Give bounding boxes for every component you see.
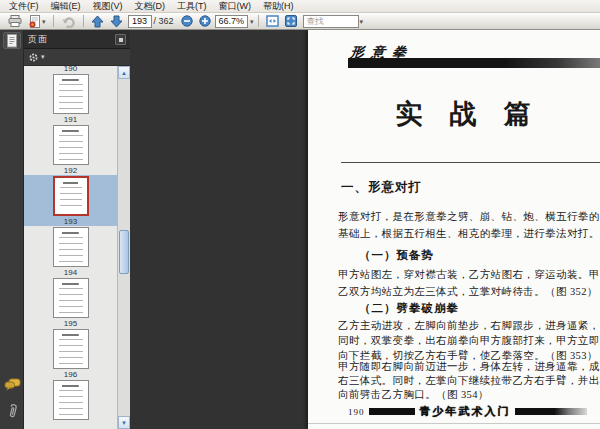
panel-tab-strip bbox=[0, 30, 24, 429]
scroll-down-arrow[interactable]: ▼ bbox=[118, 416, 130, 429]
fit-width-button[interactable] bbox=[264, 14, 281, 29]
zoom-in-icon bbox=[199, 15, 211, 27]
thumbnail-item[interactable]: 190 bbox=[24, 66, 117, 73]
page-thumbnail[interactable] bbox=[53, 74, 89, 114]
thumbnail-page-number: 191 bbox=[24, 115, 117, 124]
body-text-line: 甲方站图左，穿对襟古装，乙方站图右，穿运动装。甲 bbox=[338, 266, 600, 283]
previous-view-button[interactable] bbox=[59, 14, 78, 29]
comments-panel-tab[interactable] bbox=[4, 378, 21, 396]
title-rule bbox=[341, 162, 600, 163]
pages-panel: 页面 ▾ 190 191 bbox=[24, 30, 130, 429]
previous-page-button[interactable] bbox=[89, 14, 106, 29]
toolbar-separator bbox=[53, 15, 54, 27]
thumbnail-item[interactable]: 194 bbox=[24, 226, 117, 277]
next-page-button[interactable] bbox=[108, 14, 125, 29]
paragraph-3: 乙方主动进攻，左脚向前垫步，右脚跟步，进身逼紧，同时，双掌变拳，出右崩拳向甲方腹… bbox=[338, 318, 600, 363]
page-total-label: / 362 bbox=[154, 16, 174, 26]
body-text-line: 乙方主动进攻，左脚向前垫步，右脚跟步，进身逼紧， bbox=[338, 318, 600, 333]
body-text-line: 乙双方均站立为左三体式，立掌对峙待击。（图 352） bbox=[338, 283, 600, 300]
chevron-down-icon: ▾ bbox=[42, 14, 46, 29]
document-canvas[interactable]: 形意拳 实战篇 一、形意对打 形意对打，是在形意拳之劈、崩、钻、炮、横五行拳的基… bbox=[130, 30, 600, 429]
page-thumbnail[interactable] bbox=[53, 125, 89, 165]
menu-item[interactable]: 编辑(E) bbox=[45, 0, 87, 13]
menu-item[interactable]: 文档(D) bbox=[129, 0, 172, 13]
pdf-page: 形意拳 实战篇 一、形意对打 形意对打，是在形意拳之劈、崩、钻、炮、横五行拳的基… bbox=[308, 30, 600, 429]
arrow-down-icon bbox=[110, 15, 123, 28]
pages-panel-tab[interactable] bbox=[3, 32, 21, 49]
menu-item[interactable]: 文件(F) bbox=[3, 0, 45, 13]
page-thumbnail[interactable] bbox=[53, 227, 89, 267]
scrollbar-thumb[interactable] bbox=[119, 230, 129, 274]
menu-item[interactable]: 帮助(H) bbox=[257, 0, 300, 13]
page-thumbnail[interactable] bbox=[53, 176, 89, 216]
body-text-line: 形意对打，是在形意拳之劈、崩、钻、炮、横五行拳的 bbox=[338, 208, 600, 225]
menu-item[interactable]: 窗口(W) bbox=[213, 0, 258, 13]
menu-bar: 文件(F)编辑(E)视图(V)文档(D)工具(T)窗口(W)帮助(H) bbox=[0, 0, 600, 13]
scroll-up-arrow[interactable]: ▲ bbox=[118, 66, 130, 79]
panel-options-row: ▾ bbox=[24, 49, 130, 66]
fit-width-icon bbox=[266, 15, 279, 27]
body-text-line: 基础上，根据五行相生、相克的拳理，进行拳法对打。 bbox=[338, 225, 600, 242]
zoom-in-button[interactable] bbox=[197, 14, 213, 29]
thumbnail-page-number: 193 bbox=[24, 217, 117, 226]
page-thumbnail[interactable] bbox=[53, 278, 89, 318]
menu-item[interactable]: 工具(T) bbox=[171, 0, 213, 13]
chevron-down-icon[interactable]: ▾ bbox=[41, 53, 45, 61]
body-text-line: 向前劈击乙方胸口。（图 354） bbox=[338, 388, 600, 402]
section-heading: 一、形意对打 bbox=[341, 179, 422, 196]
zoom-out-button[interactable] bbox=[179, 14, 195, 29]
thumbnail-page-number: 190 bbox=[24, 66, 117, 73]
paperclip-icon bbox=[4, 402, 20, 420]
pages-icon bbox=[6, 34, 18, 48]
body-text-line: 甲方随即右脚向前迈进一步，身体左转，进身逼靠，成 bbox=[338, 360, 600, 374]
arrow-up-icon bbox=[91, 15, 104, 28]
printer-icon bbox=[8, 15, 22, 27]
page-thumbnail[interactable] bbox=[53, 329, 89, 369]
thumbnail-page-number: 195 bbox=[24, 319, 117, 328]
previous-view-icon bbox=[61, 15, 76, 28]
attachments-panel-tab[interactable] bbox=[6, 403, 18, 423]
thumbnail-item[interactable]: 195 bbox=[24, 277, 117, 328]
main-area: 页面 ▾ 190 191 bbox=[0, 30, 600, 429]
thumbnail-list: 190 191 192 193 bbox=[24, 66, 117, 429]
gear-icon[interactable] bbox=[28, 52, 39, 63]
body-text-line: 右三体式。同时，左掌向下继续拉带乙方右手臂，并出右掌 bbox=[338, 374, 600, 388]
footer-decorative-bar bbox=[369, 408, 415, 415]
menu-item[interactable]: 视图(V) bbox=[87, 0, 129, 13]
search-options-chevron-icon[interactable]: ▾ bbox=[360, 14, 364, 29]
chapter-title: 实战篇 bbox=[308, 96, 600, 132]
sub-heading-2: （二）劈拳破崩拳 bbox=[359, 301, 459, 316]
export-document-icon bbox=[28, 15, 41, 28]
thumbnail-scrollbar[interactable]: ▲ ▼ bbox=[117, 66, 130, 429]
footer-decorative-bar bbox=[515, 408, 587, 415]
footer-book-title: 青少年武术入门 bbox=[420, 404, 511, 419]
zoom-level-value: 66.7% bbox=[219, 16, 245, 26]
pages-panel-header: 页面 bbox=[24, 30, 130, 49]
thumbnail-page-number: 196 bbox=[24, 370, 117, 379]
intro-paragraph: 形意对打，是在形意拳之劈、崩、钻、炮、横五行拳的基础上，根据五行相生、相克的拳理… bbox=[338, 208, 600, 242]
page-number-input[interactable] bbox=[128, 15, 152, 28]
panel-close-button[interactable] bbox=[115, 34, 126, 45]
footer-page-number: 190 bbox=[348, 407, 365, 417]
thumbnail-item[interactable]: 191 bbox=[24, 73, 117, 124]
toolbar-separator bbox=[83, 15, 84, 27]
thumbnail-item[interactable]: 196 bbox=[24, 328, 117, 379]
thumbnail-item[interactable]: 192 bbox=[24, 124, 117, 175]
sub-heading-1: （一）预备势 bbox=[359, 248, 434, 263]
chevron-down-icon[interactable]: ▾ bbox=[250, 14, 254, 29]
export-pdf-button[interactable]: ▾ bbox=[26, 14, 48, 29]
thumbnail-page-number: 194 bbox=[24, 268, 117, 277]
page-bottom-edge bbox=[308, 423, 600, 424]
panel-title: 页面 bbox=[28, 33, 115, 46]
search-input[interactable] bbox=[303, 15, 359, 28]
zoom-level-display[interactable]: 66.7% bbox=[215, 15, 249, 28]
paragraph-2: 甲方站图左，穿对襟古装，乙方站图右，穿运动装。甲乙双方均站立为左三体式，立掌对峙… bbox=[338, 266, 600, 300]
print-button[interactable] bbox=[6, 14, 24, 29]
thumbnail-item[interactable] bbox=[24, 379, 117, 429]
page-thumbnail[interactable] bbox=[53, 380, 89, 420]
toolbar: ▾ / 362 66.7% ▾ ▾ bbox=[0, 13, 600, 30]
thumbnail-item[interactable]: 193 bbox=[24, 175, 117, 226]
page-footer: 190 青少年武术入门 bbox=[348, 404, 587, 419]
zoom-out-icon bbox=[181, 15, 193, 27]
fullscreen-button[interactable] bbox=[283, 14, 299, 29]
